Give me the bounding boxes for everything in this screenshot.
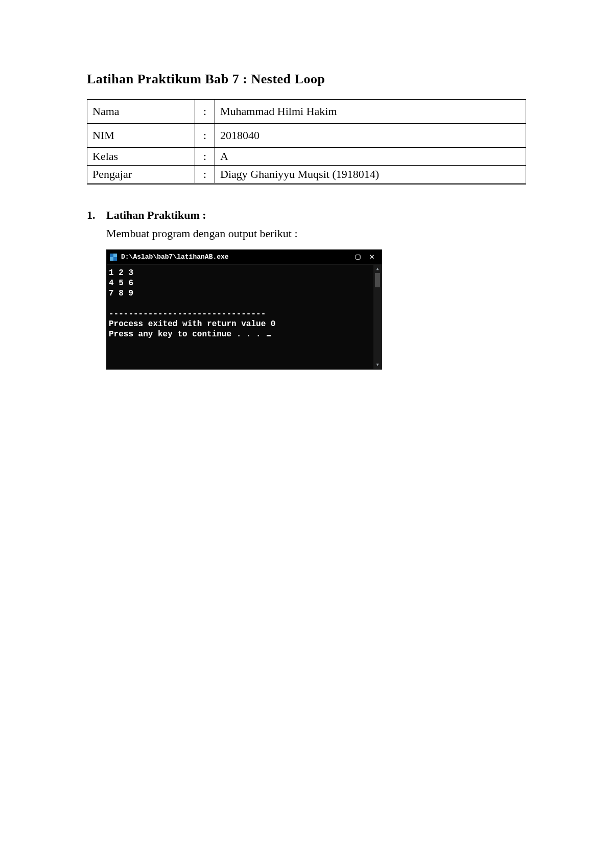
console-window: D:\Aslab\bab7\latihanAB.exe ▢ ✕ 1 2 3 4 … [106,249,382,370]
console-line: Process exited with return value 0 [109,319,275,329]
info-row-kelas: Kelas : A [87,148,526,166]
console-cursor [267,335,271,336]
scroll-thumb[interactable] [375,273,380,287]
console-line: 1 2 3 [109,268,133,278]
info-row-nama: Nama : Muhammad Hilmi Hakim [87,100,526,124]
info-label: Kelas [87,148,195,166]
info-label: Pengajar [87,166,195,185]
list-number: 1. [87,209,99,370]
info-label: Nama [87,100,195,124]
info-label: NIM [87,124,195,148]
section-description: Membuat program dengan output berikut : [106,227,526,240]
info-row-nim: NIM : 2018040 [87,124,526,148]
scroll-down-icon[interactable]: ▾ [375,362,379,368]
scroll-up-icon[interactable]: ▴ [375,266,379,272]
console-line: Press any key to continue . . . [109,330,266,339]
page-title: Latihan Praktikum Bab 7 : Nested Loop [87,72,526,87]
info-colon: : [195,124,215,148]
close-icon[interactable]: ✕ [369,252,374,262]
info-row-pengajar: Pengajar : Diagy Ghaniyyu Muqsit (191801… [87,166,526,185]
section-latihan: 1. Latihan Praktikum : Membuat program d… [87,209,526,370]
info-value: Diagy Ghaniyyu Muqsit (1918014) [215,166,526,185]
window-controls: ▢ ✕ [356,252,379,262]
info-table: Nama : Muhammad Hilmi Hakim NIM : 201804… [87,99,526,185]
maximize-icon[interactable]: ▢ [356,252,361,262]
info-value: Muhammad Hilmi Hakim [215,100,526,124]
info-value: 2018040 [215,124,526,148]
info-colon: : [195,166,215,185]
console-line: 4 5 6 [109,279,133,288]
info-colon: : [195,148,215,166]
console-output: 1 2 3 4 5 6 7 8 9 ----------------------… [107,265,373,369]
console-app-icon [110,254,117,261]
console-title: D:\Aslab\bab7\latihanAB.exe [121,253,356,261]
console-scrollbar[interactable]: ▴ ▾ [373,265,382,369]
section-heading: Latihan Praktikum : [106,209,526,222]
info-colon: : [195,100,215,124]
console-line: -------------------------------- [109,309,266,318]
info-value: A [215,148,526,166]
console-titlebar: D:\Aslab\bab7\latihanAB.exe ▢ ✕ [107,250,382,265]
console-line: 7 8 9 [109,289,133,298]
